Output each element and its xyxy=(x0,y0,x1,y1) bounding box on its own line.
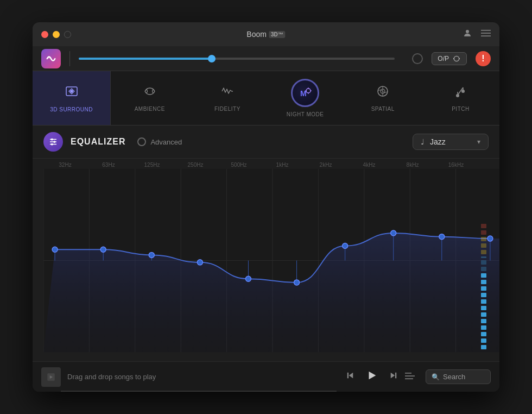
play-button[interactable] xyxy=(366,369,378,384)
volume-thumb[interactable] xyxy=(208,55,216,62)
freq-250hz: 250Hz xyxy=(174,162,217,168)
svg-point-25 xyxy=(53,141,55,143)
chevron-down-icon: ▾ xyxy=(477,138,480,146)
fidelity-icon xyxy=(220,84,235,102)
search-placeholder: Search xyxy=(443,373,465,381)
eq-canvas[interactable] xyxy=(43,169,499,352)
night-mode-label: NIGHT MODE xyxy=(287,111,324,117)
level-meter xyxy=(480,169,489,352)
title-badge: 3D™ xyxy=(269,31,286,38)
svg-point-0 xyxy=(466,30,469,33)
3d-surround-label: 3D SURROUND xyxy=(50,106,93,112)
drag-drop-text: Drag and drop songs to play xyxy=(67,373,339,381)
progress-bar[interactable] xyxy=(61,391,337,392)
eq-header: EQUALIZER Advanced ♩ Jazz ▾ xyxy=(33,126,499,159)
eq-canvas-container[interactable] xyxy=(43,169,489,352)
svg-point-20 xyxy=(461,90,465,93)
search-box[interactable]: 🔍 Search xyxy=(426,369,491,384)
app-window: Boom 3D™ xyxy=(33,22,499,392)
prev-button[interactable] xyxy=(345,371,355,383)
next-button[interactable] xyxy=(389,371,398,383)
svg-point-8 xyxy=(306,89,311,93)
search-icon: 🔍 xyxy=(432,373,440,381)
album-art xyxy=(41,367,61,387)
svg-point-4 xyxy=(454,56,459,61)
player-bar: Drag and drop songs to play 🔍 Search xyxy=(33,361,499,392)
title-label: Boom xyxy=(246,30,267,39)
ambience-icon xyxy=(143,84,157,102)
freq-16khz: 16kHz xyxy=(434,162,478,168)
close-button[interactable] xyxy=(41,31,48,38)
title-right-controls xyxy=(463,28,491,40)
pitch-icon xyxy=(453,84,467,102)
freq-500hz: 500Hz xyxy=(217,162,261,168)
svg-rect-32 xyxy=(395,373,396,379)
effect-fidelity[interactable]: FIDELITY xyxy=(188,71,266,125)
app-logo-icon xyxy=(41,49,61,68)
freq-125hz: 125Hz xyxy=(130,162,174,168)
svg-point-24 xyxy=(51,139,53,141)
svg-rect-29 xyxy=(347,373,349,379)
freq-32hz: 32Hz xyxy=(43,162,87,168)
title-bar: Boom 3D™ xyxy=(33,22,499,46)
advanced-label: Advanced xyxy=(150,138,182,146)
freq-8khz: 8kHz xyxy=(391,162,434,168)
player-controls xyxy=(345,369,398,384)
volume-bar: O/P ! xyxy=(33,46,499,71)
user-icon[interactable] xyxy=(463,28,472,40)
freq-4khz: 4kHz xyxy=(347,162,391,168)
3d-surround-icon xyxy=(64,84,79,102)
effect-night-mode[interactable]: M NIGHT MODE xyxy=(267,71,344,125)
preset-name: Jazz xyxy=(430,137,472,146)
eq-icon-button[interactable] xyxy=(43,132,63,152)
freq-labels: 32Hz 63Hz 125Hz 250Hz 500Hz 1kHz 2kHz 4k… xyxy=(43,159,489,169)
app-title: Boom 3D™ xyxy=(246,30,285,39)
svg-text:M: M xyxy=(300,89,307,98)
freq-63hz: 63Hz xyxy=(87,162,130,168)
svg-point-6 xyxy=(71,90,73,92)
svg-marker-31 xyxy=(391,373,395,379)
menu-icon[interactable] xyxy=(481,29,491,39)
svg-point-19 xyxy=(456,94,459,97)
freq-2khz: 2kHz xyxy=(304,162,347,168)
volume-circle-indicator[interactable] xyxy=(412,53,423,64)
eq-title: EQUALIZER xyxy=(71,137,125,147)
output-label: O/P xyxy=(438,55,449,62)
svg-marker-28 xyxy=(349,373,353,379)
spatial-icon xyxy=(376,84,390,102)
svg-point-26 xyxy=(51,143,53,146)
equalizer-section: EQUALIZER Advanced ♩ Jazz ▾ 32Hz 63Hz 12… xyxy=(33,126,499,361)
maximize-button[interactable] xyxy=(64,31,71,38)
preset-selector[interactable]: ♩ Jazz ▾ xyxy=(413,134,489,150)
eq-graph[interactable]: 32Hz 63Hz 125Hz 250Hz 500Hz 1kHz 2kHz 4k… xyxy=(33,159,499,361)
traffic-lights xyxy=(41,31,71,38)
volume-fill xyxy=(79,58,212,60)
svg-marker-30 xyxy=(369,372,376,380)
effect-3d-surround[interactable]: 3D SURROUND xyxy=(33,71,111,125)
night-mode-circle: M xyxy=(291,79,319,107)
alert-symbol: ! xyxy=(482,54,484,64)
preset-music-icon: ♩ xyxy=(421,137,425,146)
volume-slider[interactable] xyxy=(79,58,395,60)
advanced-radio[interactable] xyxy=(137,137,146,146)
effect-pitch[interactable]: PITCH xyxy=(422,71,499,125)
advanced-toggle[interactable]: Advanced xyxy=(137,137,182,146)
alert-button[interactable]: ! xyxy=(476,51,491,66)
fidelity-label: FIDELITY xyxy=(214,106,240,112)
divider xyxy=(69,51,70,66)
spatial-label: SPATIAL xyxy=(371,106,395,112)
pitch-label: PITCH xyxy=(452,106,470,112)
ambience-label: AMBIENCE xyxy=(135,106,165,112)
effect-ambience[interactable]: AMBIENCE xyxy=(111,71,188,125)
queue-icon[interactable] xyxy=(405,372,415,382)
effects-row: 3D SURROUND AMBIENCE FIDELITY xyxy=(33,71,499,126)
freq-1khz: 1kHz xyxy=(261,162,304,168)
effect-spatial[interactable]: SPATIAL xyxy=(344,71,422,125)
minimize-button[interactable] xyxy=(53,31,60,38)
output-button[interactable]: O/P xyxy=(432,52,467,65)
